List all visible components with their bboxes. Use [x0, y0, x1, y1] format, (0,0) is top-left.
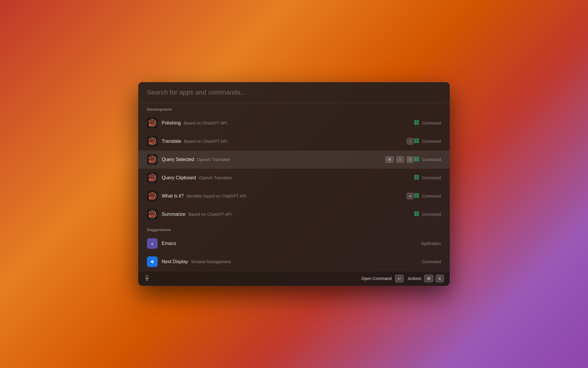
content: Development Polishing Based on ChatGPT A… — [138, 103, 450, 271]
item-right-emacs: Application — [421, 241, 441, 246]
type-label-translate: Command — [422, 139, 441, 144]
svg-rect-11 — [417, 160, 419, 161]
kbd-group-query-selected: ⌘ ⇧ D — [384, 156, 414, 163]
footer-left — [144, 275, 150, 282]
key-badge-shift: ⇧ — [396, 156, 404, 163]
footer-right: Open Command ↩ Actions ⌘ K — [361, 275, 444, 282]
chatgpt-icon-summarize — [147, 209, 158, 220]
mic-icon[interactable] — [144, 275, 150, 282]
item-right-polishing: Command — [414, 120, 441, 127]
item-subtitle-translate: Based on ChatGPT API — [184, 139, 405, 144]
type-label-polishing: Command — [422, 121, 441, 125]
list-item-polishing[interactable]: Polishing Based on ChatGPT API Command — [138, 114, 450, 132]
svg-rect-15 — [417, 178, 419, 179]
svg-rect-6 — [415, 141, 416, 143]
k-key-btn[interactable]: K — [436, 275, 444, 282]
item-content-emacs: Emacs — [162, 241, 421, 246]
command-type-icon-query-selected — [414, 156, 420, 163]
type-label-what-is-it: Command — [422, 194, 441, 198]
key-badge-cmd: ⌘ — [385, 156, 394, 163]
svg-rect-19 — [417, 196, 419, 198]
item-title-query-clipboard: Query Clipboard — [162, 175, 196, 180]
chatgpt-icon-what-is-it — [147, 191, 158, 201]
item-subtitle-query-clipboard: OpenAI Translator — [199, 175, 414, 180]
section-suggestions: Suggestions — [138, 223, 450, 234]
item-subtitle-summarize: Based on ChatGPT API — [188, 212, 414, 217]
item-right-summarize: Command — [414, 211, 441, 218]
svg-rect-2 — [415, 123, 416, 125]
command-type-icon-what-is-it — [414, 193, 420, 200]
search-bar — [138, 82, 450, 103]
item-title-next-display: Next Display — [162, 259, 188, 264]
svg-rect-16 — [415, 193, 416, 195]
cmd-key-btn[interactable]: ⌘ — [424, 275, 433, 282]
command-type-icon-summarize — [414, 211, 420, 218]
type-label-summarize: Command — [422, 212, 441, 217]
svg-rect-12 — [415, 175, 416, 177]
command-type-icon-query-clipboard — [414, 174, 420, 181]
item-title-query-selected: Query Selected — [162, 157, 194, 162]
list-item-translate[interactable]: Translate Based on ChatGPT API t Command — [138, 132, 450, 150]
list-item-what-is-it[interactable]: What is it? Identifier based on ChatGPT … — [138, 187, 450, 205]
item-title-translate: Translate — [162, 139, 181, 144]
search-input[interactable] — [147, 89, 441, 96]
svg-rect-18 — [415, 196, 416, 198]
chatgpt-icon-query-clipboard — [147, 173, 158, 183]
item-subtitle-query-selected: OpenAI Translator — [197, 157, 382, 162]
type-label-query-selected: Command — [422, 157, 441, 162]
emacs-icon: e — [147, 238, 158, 249]
chatgpt-icon-query-selected — [147, 154, 158, 165]
item-content-query-clipboard: Query Clipboard OpenAI Translator — [162, 175, 414, 180]
svg-rect-23 — [417, 214, 419, 216]
item-title-emacs: Emacs — [162, 241, 176, 246]
section-development: Development — [138, 103, 450, 114]
next-display-icon — [147, 256, 158, 267]
svg-rect-13 — [417, 175, 419, 177]
item-subtitle-next-display: Window Management — [191, 259, 422, 264]
svg-rect-14 — [415, 178, 416, 179]
key-badge-translate: t — [407, 138, 414, 145]
svg-rect-21 — [417, 212, 419, 213]
list-item-emacs[interactable]: e Emacs Application — [138, 234, 450, 253]
item-right-translate: Command — [414, 138, 441, 145]
list-item-next-display[interactable]: Next Display Window Management Command — [138, 253, 450, 271]
chatgpt-icon-translate — [147, 136, 158, 147]
item-content-what-is-it: What is it? Identifier based on ChatGPT … — [162, 193, 414, 199]
command-type-icon-polishing — [414, 120, 420, 127]
item-right-next-display: Command — [422, 259, 441, 264]
svg-rect-9 — [417, 157, 419, 158]
svg-rect-1 — [417, 120, 419, 122]
spotlight-window: Development Polishing Based on ChatGPT A… — [138, 82, 450, 286]
item-title-summarize: Summarize — [162, 212, 186, 217]
chatgpt-icon-polishing — [147, 118, 158, 128]
actions-text: Actions — [408, 276, 421, 281]
key-badge-d: D — [407, 156, 414, 163]
item-right-what-is-it: Command — [414, 193, 441, 200]
list-item-query-selected[interactable]: Query Selected OpenAI Translator ⌘ ⇧ D — [138, 150, 450, 169]
item-content-query-selected: Query Selected OpenAI Translator ⌘ ⇧ D — [162, 156, 414, 163]
svg-rect-3 — [417, 123, 419, 125]
list-item-query-clipboard[interactable]: Query Clipboard OpenAI Translator Comman… — [138, 169, 450, 187]
svg-rect-20 — [415, 212, 416, 213]
svg-rect-22 — [415, 214, 416, 216]
item-right-query-selected: Command — [414, 156, 441, 163]
svg-rect-4 — [415, 139, 416, 140]
item-content-summarize: Summarize Based on ChatGPT API — [162, 212, 414, 217]
open-command-text: Open Command — [361, 276, 392, 281]
command-type-icon-translate — [414, 138, 420, 145]
item-content-next-display: Next Display Window Management — [162, 259, 422, 264]
enter-key-btn[interactable]: ↩ — [395, 275, 404, 282]
item-right-query-clipboard: Command — [414, 174, 441, 181]
svg-rect-7 — [417, 141, 419, 143]
type-label-next-display: Command — [422, 259, 441, 264]
item-subtitle-polishing: Based on ChatGPT API — [184, 121, 414, 125]
footer: Open Command ↩ Actions ⌘ K — [138, 271, 450, 286]
svg-rect-8 — [415, 157, 416, 158]
svg-rect-17 — [417, 193, 419, 195]
item-title-what-is-it: What is it? — [162, 193, 184, 199]
key-badge-what-is-it: w — [407, 193, 414, 199]
svg-text:e: e — [151, 241, 153, 246]
svg-rect-5 — [417, 139, 419, 140]
list-item-summarize[interactable]: Summarize Based on ChatGPT API Command — [138, 205, 450, 223]
item-content-polishing: Polishing Based on ChatGPT API — [162, 120, 414, 126]
